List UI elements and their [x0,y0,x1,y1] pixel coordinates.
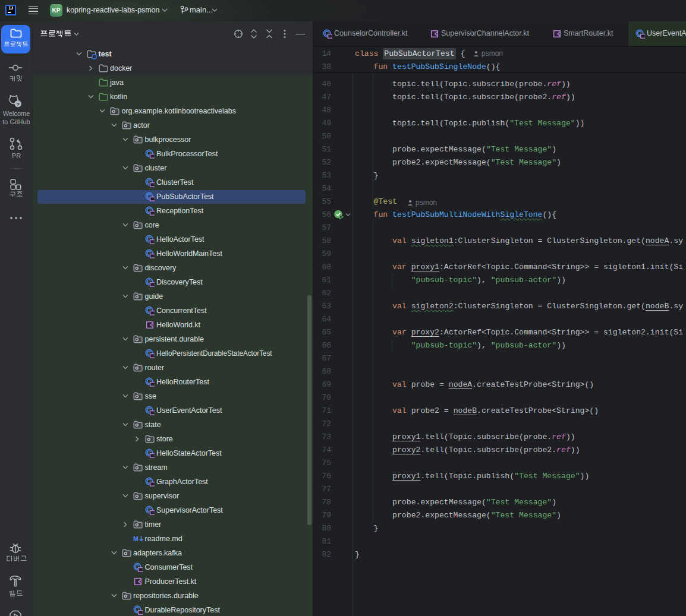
svg-text:?: ? [16,101,20,108]
